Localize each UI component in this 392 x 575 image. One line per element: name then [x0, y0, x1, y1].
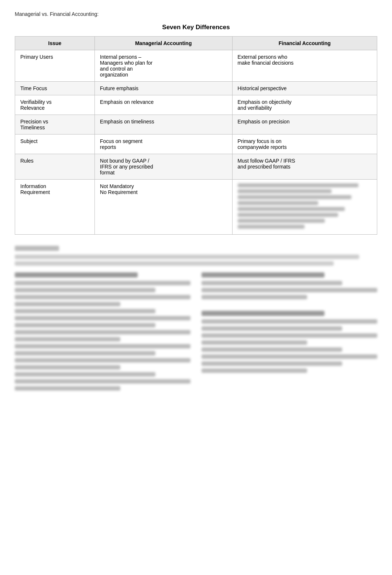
cell-issue: Verifiability vsRelevance [15, 95, 95, 115]
header-managerial: Managerial Accounting [94, 37, 232, 50]
cell-issue: InformationRequirement [15, 180, 95, 235]
cell-managerial: Not bound by GAAP /IFRS or any prescribe… [94, 154, 232, 180]
cell-issue: Precision vsTimeliness [15, 115, 95, 135]
cell-managerial: Internal persons –Managers who plan fora… [94, 50, 232, 82]
cell-managerial: Future emphasis [94, 82, 232, 95]
blurred-heading [15, 246, 59, 251]
cell-managerial: Not MandatoryNo Requirement [94, 180, 232, 235]
table-header-row: Issue Managerial Accounting Financial Ac… [15, 37, 377, 50]
cell-financial: External persons whomake financial decis… [232, 50, 377, 82]
cell-managerial: Focus on segmentreports [94, 135, 232, 154]
table-row: Time Focus Future emphasis Historical pe… [15, 82, 377, 95]
cell-issue: Subject [15, 135, 95, 154]
table-row: InformationRequirement Not MandatoryNo R… [15, 180, 377, 235]
cell-financial: Emphasis on objectivityand verifiability [232, 95, 377, 115]
cell-issue: Time Focus [15, 82, 95, 95]
cell-issue: Primary Users [15, 50, 95, 82]
table-row: Verifiability vsRelevance Emphasis on re… [15, 95, 377, 115]
cell-financial: Emphasis on precision [232, 115, 377, 135]
table-row: Rules Not bound by GAAP /IFRS or any pre… [15, 154, 377, 180]
table-row: Precision vsTimeliness Emphasis on timel… [15, 115, 377, 135]
cell-financial: Historical perspective [232, 82, 377, 95]
cell-financial: Primary focus is oncompanywide reports [232, 135, 377, 154]
cell-managerial: Emphasis on timeliness [94, 115, 232, 135]
cell-financial-blurred [232, 180, 377, 235]
below-section [15, 246, 377, 393]
blurred-col-left [15, 272, 190, 393]
cell-issue: Rules [15, 154, 95, 180]
blurred-paragraph [15, 255, 377, 266]
header-financial: Financial Accounting [232, 37, 377, 50]
blurred-two-col [15, 272, 377, 393]
table-row: Subject Focus on segmentreports Primary … [15, 135, 377, 154]
cell-financial: Must follow GAAP / IFRSand prescribed fo… [232, 154, 377, 180]
table-row: Primary Users Internal persons –Managers… [15, 50, 377, 82]
header-issue: Issue [15, 37, 95, 50]
blurred-col-right [202, 272, 377, 393]
comparison-table: Issue Managerial Accounting Financial Ac… [15, 36, 377, 235]
page-subtitle: Managerial vs. Financial Accounting: [15, 11, 377, 17]
cell-managerial: Emphasis on relevance [94, 95, 232, 115]
section-title: Seven Key Differences [15, 24, 377, 31]
